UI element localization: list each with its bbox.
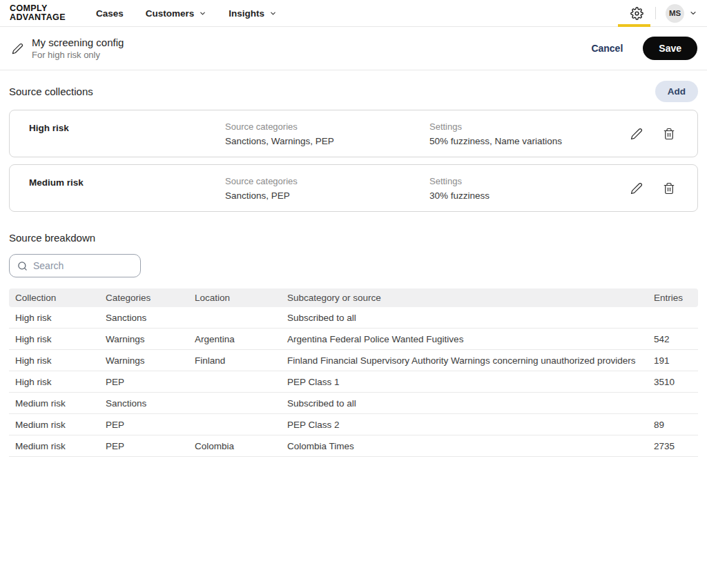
table-body: High risk Sanctions Subscribed to all Hi… xyxy=(9,307,698,457)
active-tab-indicator xyxy=(618,24,650,27)
collection-settings-field: Settings 50% fuzziness, Name variations xyxy=(429,121,634,146)
cell-entries: 542 xyxy=(648,334,698,344)
pencil-icon xyxy=(630,182,643,195)
table-row: High risk Warnings Finland Finland Finan… xyxy=(9,350,698,371)
primary-nav: Cases Customers Insights xyxy=(96,8,277,19)
search-icon xyxy=(17,261,28,271)
table-row: Medium risk PEP Colombia Colombia Times … xyxy=(9,435,698,457)
nav-item-label: Customers xyxy=(146,8,195,19)
categories-label: Source categories xyxy=(225,176,429,186)
settings-label: Settings xyxy=(429,176,634,186)
collection-name: Medium risk xyxy=(29,176,225,188)
nav-divider xyxy=(655,7,656,19)
cell-entries: 3510 xyxy=(648,377,698,387)
column-header-entries: Entries xyxy=(648,293,698,303)
pencil-icon xyxy=(12,43,23,55)
column-header-subcategory: Subcategory or source xyxy=(281,293,648,303)
edit-title-button[interactable] xyxy=(10,41,26,57)
add-collection-button[interactable]: Add xyxy=(655,81,698,102)
collection-settings-field: Settings 30% fuzziness xyxy=(429,176,634,201)
nav-item-cases[interactable]: Cases xyxy=(96,8,124,19)
page-title: My screening config xyxy=(32,37,124,48)
cell-location: Colombia xyxy=(188,441,281,451)
column-header-collection: Collection xyxy=(9,293,99,303)
nav-item-label: Cases xyxy=(96,8,124,19)
cell-entries: 191 xyxy=(648,355,698,366)
categories-value: Sanctions, PEP xyxy=(225,190,429,201)
edit-collection-button[interactable] xyxy=(628,180,645,197)
cell-subcategory: PEP Class 1 xyxy=(281,377,648,387)
table-header-row: Collection Categories Location Subcatego… xyxy=(9,288,698,307)
table-row: Medium risk PEP PEP Class 2 89 xyxy=(9,414,698,435)
brand-logo-line2: ADVANTAGE xyxy=(10,13,66,23)
trash-icon xyxy=(663,128,675,140)
main-content: Source collections Add High risk Source … xyxy=(0,80,707,457)
settings-label: Settings xyxy=(429,121,634,132)
settings-value: 50% fuzziness, Name variations xyxy=(429,136,634,146)
table-row: High risk Sanctions Subscribed to all xyxy=(9,307,698,329)
page-header: My screening config For high risk only C… xyxy=(0,27,707,70)
cell-categories: PEP xyxy=(99,377,188,387)
cell-subcategory: PEP Class 2 xyxy=(281,420,648,430)
cell-categories: Sanctions xyxy=(99,398,188,409)
categories-value: Sanctions, Warnings, PEP xyxy=(225,136,429,146)
avatar: MS xyxy=(666,4,684,23)
cell-categories: Warnings xyxy=(99,355,188,366)
delete-collection-button[interactable] xyxy=(661,180,677,197)
brand-logo[interactable]: COMPLY ADVANTAGE xyxy=(10,4,66,23)
cell-collection: Medium risk xyxy=(9,398,99,409)
page-subtitle: For high risk only xyxy=(32,50,124,60)
table-row: High risk Warnings Argentina Argentina F… xyxy=(9,329,698,350)
cell-categories: Warnings xyxy=(99,334,188,344)
gear-icon xyxy=(630,7,643,20)
cell-categories: PEP xyxy=(99,420,188,430)
nav-right-controls: MS xyxy=(628,4,697,23)
cancel-button[interactable]: Cancel xyxy=(591,43,623,54)
nav-item-customers[interactable]: Customers xyxy=(146,8,207,19)
search-box xyxy=(9,254,141,277)
collection-name: High risk xyxy=(29,121,225,133)
collection-card-medium-risk: Medium risk Source categories Sanctions,… xyxy=(9,164,698,212)
settings-value: 30% fuzziness xyxy=(429,190,634,201)
cell-subcategory: Subscribed to all xyxy=(281,313,648,323)
column-header-categories: Categories xyxy=(99,293,188,303)
brand-logo-line1: COMPLY xyxy=(10,4,66,14)
cell-collection: High risk xyxy=(9,355,99,366)
table-row: Medium risk Sanctions Subscribed to all xyxy=(9,393,698,414)
cell-entries: 2735 xyxy=(648,441,698,451)
cell-collection: Medium risk xyxy=(9,420,99,430)
cell-location: Argentina xyxy=(188,334,281,344)
save-button[interactable]: Save xyxy=(643,37,697,60)
nav-item-insights[interactable]: Insights xyxy=(229,8,277,19)
collection-card-high-risk: High risk Source categories Sanctions, W… xyxy=(9,110,698,157)
cell-entries: 89 xyxy=(648,420,698,430)
cell-collection: High risk xyxy=(9,377,99,387)
cell-categories: PEP xyxy=(99,441,188,451)
search-input[interactable] xyxy=(33,260,133,271)
cell-subcategory: Colombia Times xyxy=(281,441,648,451)
source-breakdown-heading: Source breakdown xyxy=(9,232,698,244)
cell-subcategory: Subscribed to all xyxy=(281,398,648,409)
settings-button[interactable] xyxy=(628,5,646,22)
cell-collection: High risk xyxy=(9,334,99,344)
chevron-down-icon xyxy=(689,9,697,17)
cell-location: Finland xyxy=(188,355,281,366)
trash-icon xyxy=(663,182,675,195)
source-collections-header: Source collections Add xyxy=(9,80,698,103)
header-actions: Cancel Save xyxy=(591,37,697,60)
chevron-down-icon xyxy=(199,10,206,17)
pencil-icon xyxy=(630,128,643,140)
nav-item-label: Insights xyxy=(229,8,264,19)
cell-subcategory: Argentina Federal Police Wanted Fugitive… xyxy=(281,334,648,344)
cell-collection: High risk xyxy=(9,313,99,323)
table-row: High risk PEP PEP Class 1 3510 xyxy=(9,371,698,393)
delete-collection-button[interactable] xyxy=(661,126,677,142)
top-navigation: COMPLY ADVANTAGE Cases Customers Insight… xyxy=(0,0,707,27)
card-actions xyxy=(628,180,677,197)
title-block: My screening config For high risk only xyxy=(32,37,124,60)
edit-collection-button[interactable] xyxy=(628,126,645,142)
card-actions xyxy=(628,126,677,142)
user-menu[interactable]: MS xyxy=(666,4,697,23)
column-header-location: Location xyxy=(188,293,281,303)
cell-collection: Medium risk xyxy=(9,441,99,451)
